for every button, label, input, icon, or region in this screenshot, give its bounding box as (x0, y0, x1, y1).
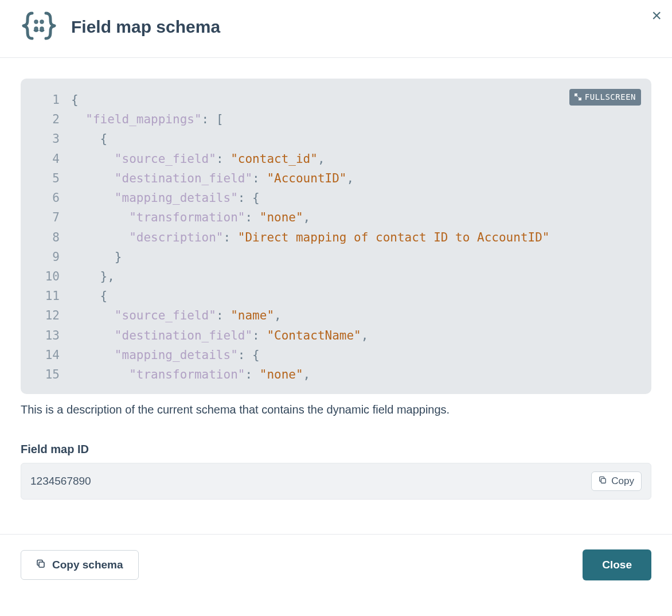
modal-body: FULLSCREEN 1{2 "field_mappings": [3 {4 "… (0, 58, 672, 509)
code-content: "destination_field": "ContactName", (71, 326, 368, 345)
copy-id-button[interactable]: Copy (591, 471, 642, 491)
line-number: 15 (37, 365, 60, 384)
modal-title: Field map schema (71, 17, 220, 37)
close-button[interactable]: Close (583, 549, 651, 580)
code-content: "field_mappings": [ (71, 110, 224, 129)
close-icon[interactable]: × (648, 3, 665, 28)
code-line: 8 "description": "Direct mapping of cont… (37, 228, 635, 247)
code-line: 11 { (37, 286, 635, 306)
code-content: "destination_field": "AccountID", (71, 169, 354, 188)
code-content: "transformation": "none", (71, 208, 310, 227)
code-content: "mapping_details": { (71, 345, 260, 365)
code-content: "description": "Direct mapping of contac… (71, 228, 549, 247)
code-line: 12 "source_field": "name", (37, 306, 635, 325)
modal-footer: Copy schema Close (0, 534, 672, 598)
line-number: 10 (37, 267, 60, 286)
line-number: 11 (37, 286, 60, 306)
code-content: { (71, 286, 107, 306)
svg-rect-4 (601, 478, 606, 483)
code-content: { (71, 129, 107, 149)
code-line: 4 "source_field": "contact_id", (37, 149, 635, 169)
schema-json-icon (21, 11, 57, 42)
copy-icon (36, 559, 45, 571)
line-number: 13 (37, 326, 60, 345)
code-line: 1{ (37, 90, 635, 110)
code-content: "transformation": "none", (71, 365, 310, 384)
schema-code-viewer[interactable]: FULLSCREEN 1{2 "field_mappings": [3 {4 "… (21, 79, 651, 394)
line-number: 8 (37, 228, 60, 247)
svg-point-1 (36, 28, 37, 29)
modal-header: Field map schema (0, 0, 672, 58)
field-map-id-label: Field map ID (21, 443, 651, 456)
code-line: 7 "transformation": "none", (37, 208, 635, 227)
schema-description: This is a description of the current sch… (21, 403, 651, 416)
line-number: 14 (37, 345, 60, 365)
line-number: 9 (37, 247, 60, 267)
fullscreen-label: FULLSCREEN (585, 91, 636, 104)
copy-icon (599, 475, 607, 487)
svg-point-0 (36, 21, 37, 22)
code-line: 10 }, (37, 267, 635, 286)
copy-schema-label: Copy schema (52, 559, 123, 571)
code-line: 3 { (37, 129, 635, 149)
line-number: 3 (37, 129, 60, 149)
code-content: "mapping_details": { (71, 188, 260, 208)
code-line: 2 "field_mappings": [ (37, 110, 635, 129)
code-line: 9 } (37, 247, 635, 267)
fullscreen-button[interactable]: FULLSCREEN (569, 89, 641, 106)
code-line: 13 "destination_field": "ContactName", (37, 326, 635, 345)
code-line: 5 "destination_field": "AccountID", (37, 169, 635, 188)
line-number: 4 (37, 149, 60, 169)
line-number: 6 (37, 188, 60, 208)
line-number: 1 (37, 90, 60, 110)
code-content: "source_field": "name", (71, 306, 282, 325)
code-line: 15 "transformation": "none", (37, 365, 635, 384)
line-number: 5 (37, 169, 60, 188)
field-map-schema-modal: × Field map schema (0, 0, 672, 598)
copy-schema-button[interactable]: Copy schema (21, 550, 139, 580)
code-line: 6 "mapping_details": { (37, 188, 635, 208)
code-line: 14 "mapping_details": { (37, 345, 635, 365)
line-number: 2 (37, 110, 60, 129)
line-number: 12 (37, 306, 60, 325)
code-lines-container: 1{2 "field_mappings": [3 {4 "source_fiel… (37, 90, 635, 384)
code-content: }, (71, 267, 115, 286)
line-number: 7 (37, 208, 60, 227)
field-map-id-value: 1234567890 (30, 475, 91, 488)
code-content: "source_field": "contact_id", (71, 149, 325, 169)
code-content: } (71, 247, 122, 267)
field-map-id-row: 1234567890 Copy (21, 463, 651, 500)
fullscreen-icon (575, 93, 581, 100)
svg-point-2 (41, 21, 42, 22)
code-content: { (71, 90, 79, 110)
svg-rect-5 (39, 562, 44, 567)
copy-id-label: Copy (611, 475, 634, 487)
svg-point-3 (41, 28, 42, 29)
